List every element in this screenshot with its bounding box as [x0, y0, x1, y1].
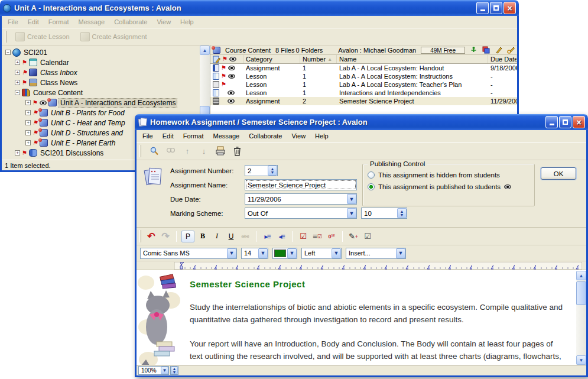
search-icon[interactable] [149, 146, 160, 157]
menu-file[interactable]: File [138, 131, 158, 141]
tree-item-class-news[interactable]: + ⚑ Class News [3, 77, 200, 88]
expand-icon[interactable]: + [25, 110, 31, 115]
minimize-button[interactable] [545, 116, 558, 128]
menu-message[interactable]: Message [209, 131, 245, 141]
find-next-icon[interactable] [165, 146, 176, 157]
expand-icon[interactable]: + [25, 130, 31, 135]
spellcheck-icon[interactable]: ☑ [362, 231, 373, 242]
print-icon[interactable] [215, 146, 226, 157]
close-button[interactable]: × [573, 116, 585, 128]
icon-columns[interactable]: ⚑ [210, 55, 243, 63]
expand-icon[interactable]: + [15, 70, 20, 75]
stepper-arrows-icon[interactable]: ▲▼ [171, 367, 178, 374]
tree-item-class-inbox[interactable]: + ⚑ Class Inbox [3, 67, 200, 77]
column-category[interactable]: Category [243, 55, 300, 63]
chevron-down-icon[interactable]: ▼ [347, 194, 356, 204]
expand-icon[interactable]: + [15, 80, 20, 85]
maximize-button[interactable] [559, 116, 571, 128]
align-checkbox-icon[interactable]: ≡☑ [311, 231, 323, 242]
stepper-arrows-icon[interactable]: ▲▼ [268, 166, 277, 176]
close-button[interactable]: × [503, 2, 516, 14]
table-row[interactable]: Lesson 1 Interactions and Interdependenc… [210, 89, 517, 97]
menu-format[interactable]: Format [44, 17, 74, 27]
user-icon[interactable] [470, 46, 477, 54]
tree-item-sci201[interactable]: − SCI201 [3, 47, 200, 57]
font-color-select[interactable]: ▼ [272, 248, 297, 259]
menu-collaborate[interactable]: Collaborate [244, 131, 287, 141]
expand-icon[interactable]: + [15, 150, 20, 156]
numbering-icon[interactable]: 0¹² [326, 231, 337, 242]
due-date-select[interactable]: 11/29/2006 ▼ [245, 193, 357, 205]
toolbar-grip[interactable] [139, 145, 141, 157]
outdent-icon[interactable]: ◂≡ [275, 231, 287, 242]
next-item-icon[interactable]: ↓ [199, 146, 209, 157]
menu-view[interactable]: View [152, 17, 176, 27]
assignment-number-stepper[interactable]: 2 ▲▼ [245, 165, 278, 176]
underline-button[interactable]: U [225, 231, 237, 242]
copy-pages-icon[interactable] [482, 46, 490, 54]
assignment-name-input[interactable]: Semester Science Project [245, 179, 357, 190]
bold-button[interactable]: B [197, 231, 209, 242]
tree-item-course-content[interactable]: − Course Content [3, 88, 200, 98]
expand-icon[interactable]: + [25, 120, 31, 125]
font-size-select[interactable]: 14 ▼ [241, 248, 268, 259]
scroll-thumb[interactable] [576, 281, 586, 305]
hidden-option[interactable]: This assignment is hidden from students [368, 171, 529, 179]
scroll-up-icon[interactable]: ▲ [576, 271, 586, 280]
expand-icon[interactable]: + [25, 100, 31, 105]
column-number[interactable]: Number▲ [300, 55, 337, 63]
previous-item-icon[interactable]: ↑ [182, 146, 193, 157]
insert-select[interactable]: Insert... ▼ [346, 248, 406, 259]
menu-help[interactable]: Help [310, 131, 333, 141]
table-row[interactable]: ⚑ Assignment 1 Lab A - A Local Ecosystem… [210, 64, 517, 72]
column-name[interactable]: Name [337, 55, 488, 63]
menu-edit[interactable]: Edit [158, 131, 178, 141]
published-option[interactable]: This assignment is published to students [368, 183, 529, 190]
font-family-select[interactable]: Comic Sans MS ▼ [140, 248, 237, 259]
pencil-icon[interactable] [495, 46, 502, 54]
editor-canvas[interactable]: Semester Science Project Study the inter… [137, 270, 586, 365]
table-row-selected[interactable]: Assignment 2 Semester Science Project 11… [210, 97, 517, 105]
scroll-down-icon[interactable]: ▼ [576, 355, 586, 365]
create-assignment-button[interactable]: Create Assignment [77, 31, 151, 43]
italic-button[interactable]: I [211, 231, 223, 242]
table-row[interactable]: ⚑ Lesson 1 Lab A - A Local Ecosystem: In… [210, 72, 517, 80]
paragraph-button[interactable]: P [181, 231, 194, 242]
redo-icon[interactable]: ↷ [160, 231, 171, 242]
assignment-window-titlebar[interactable]: Homework Assignment / Semester Science P… [135, 114, 588, 130]
marking-points-stepper[interactable]: 10 ▲▼ [361, 208, 407, 219]
course-window-titlebar[interactable]: Unit A - Interactions and Ecosystems : A… [0, 0, 519, 16]
menu-help[interactable]: Help [176, 17, 199, 27]
collapse-icon[interactable]: − [5, 50, 11, 55]
collapse-icon[interactable]: − [15, 90, 20, 95]
undo-icon[interactable]: ↶ [145, 231, 157, 242]
menu-edit[interactable]: Edit [23, 17, 44, 27]
radio-off-icon[interactable] [368, 171, 375, 179]
menu-view[interactable]: View [287, 131, 310, 141]
key-pencil-icon[interactable] [507, 46, 515, 54]
add-note-icon[interactable]: ✎+ [347, 231, 359, 242]
radio-on-icon[interactable] [368, 183, 375, 190]
create-lesson-button[interactable]: Create Lesson [12, 31, 73, 43]
stepper-arrows-icon[interactable]: ▲▼ [397, 208, 407, 218]
marking-scheme-select[interactable]: Out Of ▼ [245, 208, 357, 219]
menu-file[interactable]: File [3, 17, 23, 27]
tree-item-unit-a[interactable]: + ⚑ Unit A - Interactions and Ecosystems [3, 98, 200, 108]
minimize-button[interactable] [476, 2, 489, 14]
toolbar-grip[interactable] [5, 31, 7, 43]
chevron-down-icon[interactable]: ▼ [347, 208, 356, 218]
delete-icon[interactable] [232, 146, 242, 157]
zoom-select[interactable]: 100% ▼ [138, 366, 169, 375]
strikethrough-button[interactable]: abc [239, 231, 251, 242]
indent-icon[interactable]: ▸≡ [261, 231, 273, 242]
editor-scrollbar[interactable]: ▲ ▼ [576, 271, 586, 365]
alignment-select[interactable]: Left ▼ [301, 248, 342, 259]
menu-collaborate[interactable]: Collaborate [109, 17, 152, 27]
checkbox-list-icon[interactable]: ☑ [297, 231, 309, 242]
tree-item-calendar[interactable]: + ⚑ Calendar [3, 57, 200, 67]
toolbar-grip[interactable] [139, 230, 141, 242]
menu-format[interactable]: Format [178, 131, 209, 141]
expand-icon[interactable]: + [25, 140, 31, 145]
column-due-date[interactable]: Due Date [488, 55, 517, 63]
ok-button[interactable]: OK [541, 167, 576, 180]
